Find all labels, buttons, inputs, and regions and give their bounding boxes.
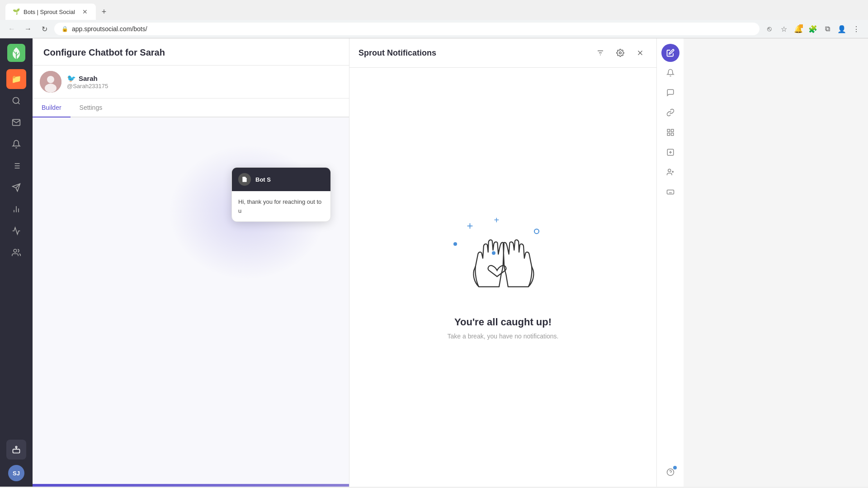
svg-point-13	[14, 249, 17, 253]
chatbot-avatar	[40, 71, 61, 93]
back-button[interactable]: ←	[5, 23, 18, 35]
nav-actions: ⎋ ☆ 🔔 🧩 ⧉ 👤 ⋮	[763, 23, 863, 35]
bell-button[interactable]	[661, 64, 679, 82]
chatbot-name: 🐦 Sarah	[67, 74, 342, 83]
notifications-title: Sprout Notifications	[359, 48, 593, 58]
main-header: Configure Chatbot for Sarah	[33, 38, 349, 66]
refresh-button[interactable]: ↻	[38, 23, 51, 35]
svg-point-19	[47, 76, 54, 83]
bot-card-body: Hi, thank you for reaching out to u	[232, 191, 330, 221]
svg-rect-27	[667, 129, 670, 131]
twitter-icon: 🐦	[67, 74, 76, 83]
avatar-initials: SJ	[13, 470, 20, 477]
filter-button[interactable]	[593, 46, 608, 60]
svg-point-34	[668, 169, 670, 172]
browser-titlebar: 🌱 Bots | Sprout Social ✕ +	[0, 0, 868, 20]
svg-rect-37	[667, 190, 674, 194]
hands-svg	[462, 224, 544, 296]
chatbot-header: 🐦 Sarah @Sarah233175	[33, 66, 349, 99]
decoration-plus-2: +	[494, 215, 500, 225]
sprout-logo[interactable]	[7, 44, 25, 62]
profile-icon[interactable]: 👤	[835, 23, 848, 35]
sidebar-item-publishing[interactable]	[6, 178, 26, 197]
chatbot-tabs: Builder Settings	[33, 99, 349, 117]
sidebar-item-bots[interactable]	[6, 440, 26, 460]
new-tab-button[interactable]: +	[98, 5, 110, 18]
decoration-circle	[534, 229, 539, 234]
svg-rect-29	[667, 133, 670, 136]
bot-card-title: Bot S	[255, 176, 271, 183]
right-sidebar	[656, 38, 684, 487]
svg-point-24	[619, 52, 622, 54]
link-button[interactable]	[661, 103, 679, 122]
bot-card-header: Bot S	[232, 168, 330, 191]
grid-button[interactable]	[661, 123, 679, 141]
extensions-icon[interactable]: 🧩	[807, 23, 819, 35]
chatbot-info: 🐦 Sarah @Sarah233175	[67, 74, 342, 89]
notifications-header: Sprout Notifications	[349, 38, 656, 68]
decoration-plus-1: +	[467, 220, 473, 232]
caught-up-title: You're all caught up!	[454, 316, 552, 328]
svg-rect-28	[671, 129, 673, 131]
sidebar-item-people[interactable]	[6, 243, 26, 263]
tab-close-button[interactable]: ✕	[81, 7, 89, 16]
sidebar-item-notifications[interactable]	[6, 134, 26, 154]
svg-rect-30	[671, 133, 673, 136]
svg-point-15	[15, 446, 17, 448]
close-notifications-button[interactable]	[633, 46, 647, 60]
menu-icon[interactable]: ⋮	[850, 23, 863, 35]
decoration-dot-2	[492, 251, 495, 255]
sidebar-item-orange[interactable]: 📁	[6, 69, 26, 89]
settings-button[interactable]	[613, 46, 627, 60]
keyboard-button[interactable]	[661, 183, 679, 201]
celebration-illustration: + +	[449, 215, 557, 305]
browser-chrome: 🌱 Bots | Sprout Social ✕ + ← → ↻ 🔒 app.s…	[0, 0, 868, 38]
folder-icon: 📁	[11, 74, 21, 84]
tab-settings[interactable]: Settings	[71, 99, 112, 117]
address-text: app.sproutsocial.com/bots/	[72, 25, 147, 33]
forward-button[interactable]: →	[22, 23, 34, 35]
help-button[interactable]	[661, 463, 679, 481]
plus-square-button[interactable]	[661, 143, 679, 161]
sidebar-item-search[interactable]	[6, 91, 26, 111]
sidebar-item-analytics-bar[interactable]	[6, 199, 26, 219]
sidebar-item-analytics-chart[interactable]	[6, 221, 26, 241]
browser-nav: ← → ↻ 🔒 app.sproutsocial.com/bots/ ⎋ ☆ 🔔…	[0, 20, 868, 38]
app-container: 📁 SJ	[0, 38, 868, 487]
browser-tabs: 🌱 Bots | Sprout Social ✕ +	[5, 4, 110, 20]
notifications-panel: Sprout Notifications + +	[349, 38, 656, 487]
tab-favicon: 🌱	[13, 8, 20, 15]
bookmark-icon[interactable]: ☆	[778, 23, 790, 35]
decoration-dot-1	[453, 242, 457, 246]
tab-management-icon[interactable]: ⧉	[821, 23, 834, 35]
sidebar-item-tasks[interactable]	[6, 156, 26, 176]
left-sidebar: 📁 SJ	[0, 38, 33, 487]
svg-point-1	[13, 98, 19, 103]
notifications-body: + +	[349, 68, 656, 487]
cast-icon[interactable]: ⎋	[763, 23, 776, 35]
bot-message-card[interactable]: Bot S Hi, thank you for reaching out to …	[231, 167, 331, 222]
bottom-bar	[33, 484, 349, 487]
page-title: Configure Chatbot for Sarah	[43, 47, 338, 58]
lock-icon: 🔒	[61, 26, 68, 32]
svg-point-20	[45, 84, 57, 93]
tab-title: Bots | Sprout Social	[24, 9, 78, 15]
address-bar[interactable]: 🔒 app.sproutsocial.com/bots/	[54, 23, 760, 35]
svg-rect-14	[13, 449, 20, 453]
sidebar-item-inbox[interactable]	[6, 113, 26, 132]
compose-button[interactable]	[661, 44, 679, 62]
tab-builder[interactable]: Builder	[33, 99, 71, 117]
active-tab[interactable]: 🌱 Bots | Sprout Social ✕	[5, 4, 96, 20]
bot-card-icon	[238, 173, 251, 186]
notifications-icon[interactable]: 🔔	[792, 23, 805, 35]
main-content: Configure Chatbot for Sarah 🐦 Sarah @Sar…	[33, 38, 349, 487]
chatbot-handle: @Sarah233175	[67, 83, 342, 89]
notifications-actions	[593, 46, 647, 60]
user-avatar[interactable]: SJ	[8, 465, 24, 481]
caught-up-subtitle: Take a break, you have no notifications.	[448, 333, 559, 340]
user-plus-button[interactable]	[661, 163, 679, 181]
chatbot-canvas: Bot S Hi, thank you for reaching out to …	[33, 117, 349, 484]
chat-button[interactable]	[661, 84, 679, 102]
